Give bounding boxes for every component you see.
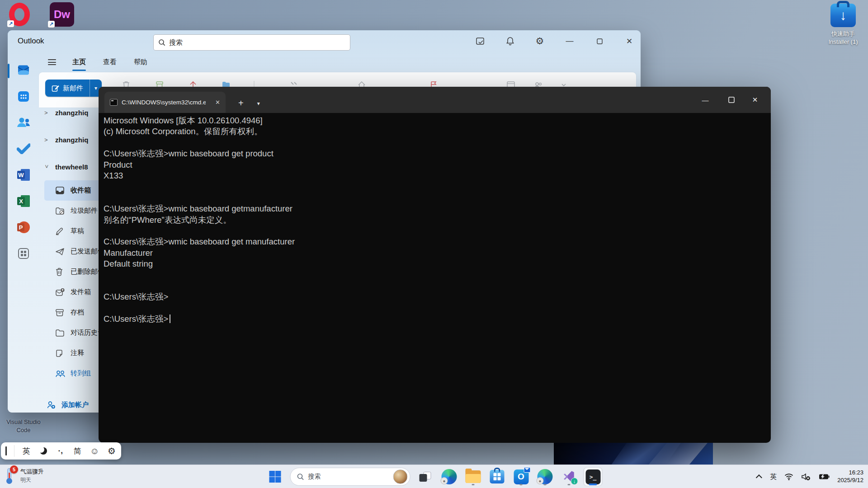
terminal-line: Product: [104, 160, 771, 170]
battery-charging-icon[interactable]: [819, 474, 830, 480]
taskbar-icon-edge[interactable]: ●: [536, 468, 554, 486]
terminal-tab[interactable]: C:\WINDOWS\system32\cmd.e ✕: [104, 92, 226, 113]
desktop-icon-dreamweaver[interactable]: Dw ↗: [50, 2, 74, 27]
terminal-line: 别名的“PWhere”表达式尚未定义。: [104, 215, 771, 225]
taskbar-icon-file-explorer[interactable]: [464, 468, 482, 486]
chevron-right-icon[interactable]: >: [44, 109, 49, 116]
new-tab-button[interactable]: +: [238, 99, 244, 108]
thermometer-icon: 5: [5, 467, 16, 484]
word-app-icon[interactable]: W: [15, 167, 32, 183]
installer-label-line1: 快速助手: [828, 30, 858, 38]
new-mail-badge: [524, 467, 530, 473]
my-day-icon[interactable]: [475, 36, 485, 46]
compose-icon: [52, 84, 59, 92]
taskbar-search-placeholder: 搜索: [308, 473, 321, 481]
maximize-button[interactable]: [594, 36, 604, 46]
menu-tab-主页[interactable]: 主页: [71, 56, 87, 68]
terminal-minimize-button[interactable]: —: [692, 87, 718, 113]
terminal-close-button[interactable]: ✕: [745, 87, 771, 113]
outlook-app-rail: WXP: [8, 52, 39, 413]
terminal-line: [104, 181, 771, 192]
desktop-icon-vscode-label[interactable]: Visual Studio Code: [0, 418, 47, 434]
ime-moon-icon[interactable]: [38, 447, 48, 455]
ime-emoji-icon[interactable]: ☺: [90, 446, 99, 456]
terminal-line: [104, 225, 771, 236]
menu-tab-帮助[interactable]: 帮助: [133, 56, 148, 68]
mail-app-icon[interactable]: [15, 62, 32, 78]
taskbar-weather-widget[interactable]: 5 气温骤升 明天: [5, 467, 44, 484]
junk-icon: [55, 207, 65, 215]
desktop-icon-opera[interactable]: ↗: [9, 3, 30, 26]
taskbar-icon-store[interactable]: [488, 468, 506, 486]
taskbar-clock[interactable]: 16:23 2025/9/12: [837, 469, 863, 484]
ime-punctuation-toggle[interactable]: ·,: [56, 446, 66, 455]
tray-ime-indicator[interactable]: 英: [770, 473, 777, 481]
terminal-line: C:\Users\张志强>wmic baseboard get manufact…: [104, 236, 771, 247]
outlook-search-input[interactable]: 搜索: [153, 34, 350, 51]
terminal-line: C:\Users\张志强>: [104, 314, 771, 324]
sent-icon: [55, 248, 65, 256]
ime-settings-gear-icon[interactable]: ⚙: [107, 446, 117, 456]
taskbar-search-input[interactable]: 搜索: [290, 468, 410, 486]
shortcut-arrow-icon: ↗: [48, 21, 55, 28]
terminal-line: Microsoft Windows [版本 10.0.26100.4946]: [104, 115, 771, 126]
installer-download-icon: ↓: [830, 4, 856, 27]
tab-dropdown-chevron-icon[interactable]: ▾: [257, 100, 260, 107]
terminal-maximize-button[interactable]: [718, 87, 745, 113]
terminal-line: C:\Users\张志强>wmic baseboard getmanufactu…: [104, 203, 771, 214]
hamburger-menu-icon[interactable]: [48, 59, 56, 65]
weather-headline: 气温骤升: [20, 468, 44, 476]
chevron-right-icon[interactable]: >: [44, 136, 49, 143]
excel-app-icon[interactable]: X: [15, 193, 32, 209]
volume-muted-icon[interactable]: [801, 473, 811, 481]
ime-caret-icon: [5, 446, 7, 455]
running-indicator: [520, 484, 523, 485]
terminal-line: [104, 269, 771, 280]
folder-label: 收件箱: [71, 186, 91, 195]
terminal-output[interactable]: Microsoft Windows [版本 10.0.26100.4946](c…: [99, 113, 771, 443]
ime-toolbar: 英 ·, 简 ☺ ⚙: [1, 442, 121, 460]
active-running-indicator: [589, 483, 597, 485]
taskbar-icon-start[interactable]: [266, 468, 284, 486]
taskbar: 5 气温骤升 明天 搜索●O●↓>_ 英 16:23 2025/9/12: [0, 465, 868, 488]
notifications-bell-icon[interactable]: [505, 36, 515, 46]
close-button[interactable]: ✕: [624, 36, 634, 46]
tab-close-icon[interactable]: ✕: [215, 99, 220, 106]
outbox-icon: [55, 288, 65, 296]
cmd-icon: [110, 99, 118, 106]
weather-badge: 5: [10, 465, 18, 474]
tray-expand-chevron-icon[interactable]: [756, 474, 762, 481]
taskbar-icon-edge[interactable]: ●: [440, 468, 458, 486]
people-app-icon[interactable]: [15, 114, 32, 131]
chevron-down-icon[interactable]: >: [43, 164, 50, 169]
svg-text:P: P: [19, 224, 23, 231]
wifi-icon[interactable]: [784, 473, 793, 480]
profile-avatar: ●: [441, 477, 448, 484]
ime-language-toggle[interactable]: 英: [21, 446, 31, 456]
calendar-app-icon[interactable]: [15, 88, 32, 104]
terminal-line: C:\Users\张志强>wmic baseboard get product: [104, 148, 771, 159]
desktop-icon-installer[interactable]: ↓ 快速助手 Installer (1): [827, 4, 859, 46]
taskbar-icon-terminal[interactable]: >_: [584, 468, 602, 486]
new-mail-button[interactable]: 新邮件 ▾: [45, 80, 102, 97]
terminal-line: [104, 137, 771, 148]
taskbar-icon-visual-studio[interactable]: ↓: [560, 468, 578, 486]
outlook-search-placeholder: 搜索: [169, 38, 183, 47]
settings-gear-icon[interactable]: ⚙: [535, 36, 545, 46]
deleted-icon: [55, 267, 65, 276]
taskbar-icon-task-view[interactable]: [416, 468, 434, 486]
terminal-line: (c) Microsoft Corporation。保留所有权利。: [104, 126, 771, 137]
inbox-icon: [55, 186, 65, 195]
terminal-line: [104, 192, 771, 203]
todo-app-icon[interactable]: [15, 141, 32, 157]
installer-label-line2: Installer (1): [828, 38, 858, 46]
taskbar-icon-outlook[interactable]: O: [512, 468, 530, 486]
powerpoint-app-icon[interactable]: P: [15, 219, 32, 235]
minimize-button[interactable]: —: [565, 36, 575, 46]
folder-label: 存档: [71, 308, 84, 317]
ime-simplified-toggle[interactable]: 简: [73, 446, 83, 456]
search-highlights-image[interactable]: [393, 469, 408, 484]
folder-label: 发件箱: [71, 288, 91, 296]
menu-tab-查看[interactable]: 查看: [102, 56, 118, 68]
apps-app-icon[interactable]: [15, 245, 32, 262]
